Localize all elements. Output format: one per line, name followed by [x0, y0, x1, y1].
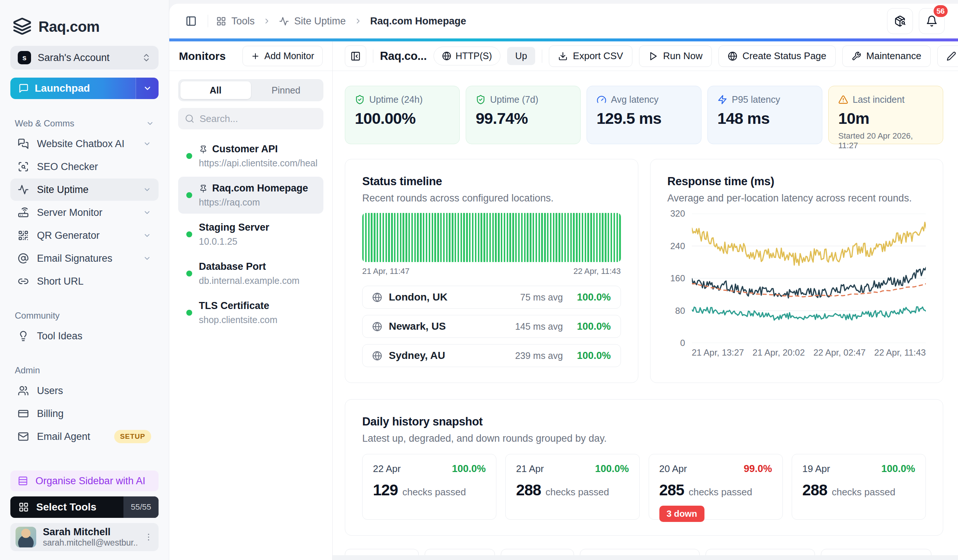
uptime-bar	[455, 213, 456, 262]
breadcrumb-site-uptime[interactable]: Site Uptime	[279, 16, 346, 27]
setup-badge: SETUP	[114, 430, 151, 443]
location-row-newark: Newark, US 145 ms avg 100.0%	[362, 315, 621, 338]
monitor-item-customer-api[interactable]: Customer API https://api.clientsite.com/…	[178, 138, 324, 175]
message-square-icon	[19, 83, 29, 94]
shield-check-icon	[355, 95, 365, 105]
day-date: 20 Apr	[659, 463, 687, 474]
uptime-bar	[611, 213, 612, 262]
sidebar-item-qr-generator[interactable]: QR Generator	[10, 224, 159, 247]
sidebar-item-website-chatbox-ai[interactable]: Website Chatbox AI	[10, 133, 159, 155]
plus-icon	[251, 52, 260, 60]
app-window: Raq.com s Sarah's Account Launchpad Web …	[0, 0, 958, 560]
card-subtitle: Average and per-location latency across …	[668, 193, 926, 204]
messages-square-icon	[18, 138, 29, 149]
sidebar-item-billing[interactable]: Billing	[10, 403, 159, 425]
card-title: Daily history snapshot	[362, 415, 926, 428]
notifications-button[interactable]: 56	[919, 8, 945, 34]
monitor-item-tls-certificate[interactable]: TLS Certificate shop.clientsite.com	[178, 294, 324, 331]
uptime-bar	[524, 213, 525, 262]
more-vertical-icon[interactable]	[144, 532, 153, 542]
monitor-detail-header: Raq.co... HTTP(S) Up Export CSV Run Now	[333, 41, 958, 71]
section-label-text: Web & Comms	[15, 118, 74, 128]
breadcrumb-tools[interactable]: Tools	[216, 16, 255, 27]
add-monitor-button[interactable]: Add Monitor	[243, 46, 323, 66]
uptime-bar	[553, 213, 554, 262]
sidebar-item-server-monitor[interactable]: Server Monitor	[10, 201, 159, 224]
strip-start-label: 21 Apr, 11:47	[362, 267, 409, 276]
uptime-bar	[509, 213, 511, 262]
tab-pinned[interactable]: Pinned	[251, 81, 322, 99]
latency-chart: 320 240 160 80 0	[668, 214, 926, 343]
user-meta: Sarah Mitchell sarah.mitchell@westbur...	[43, 527, 137, 548]
chevron-down-icon	[143, 84, 152, 93]
uptime-bar	[446, 213, 447, 262]
latency-series-sydney-au	[692, 222, 926, 265]
select-tools-button[interactable]: Select Tools 55/55	[10, 497, 159, 518]
organise-sidebar-ai-button[interactable]: Organise Sidebar with AI	[10, 471, 159, 491]
uptime-bar	[617, 213, 618, 262]
divider	[542, 49, 542, 63]
sidebar-toggle-button[interactable]	[182, 13, 200, 30]
logo-layers-icon	[13, 17, 32, 36]
sidebar-bottom: Organise Sidebar with AI Select Tools 55…	[10, 471, 159, 560]
monitor-item-raq-homepage[interactable]: Raq.com Homepage https://raq.com	[178, 177, 324, 214]
uptime-bar	[449, 213, 450, 262]
launchpad-label: Launchpad	[35, 82, 90, 94]
section-web-comms[interactable]: Web & Comms	[15, 118, 154, 128]
globe-icon	[442, 51, 451, 60]
sidebar: Raq.com s Sarah's Account Launchpad Web …	[0, 0, 169, 560]
monitor-item-staging-server[interactable]: Staging Server 10.0.1.25	[178, 216, 324, 253]
gauge-icon	[596, 95, 606, 105]
export-csv-button[interactable]: Export CSV	[549, 46, 632, 67]
monitor-url: 10.0.1.25	[199, 236, 317, 247]
create-status-page-button[interactable]: Create Status Page	[718, 46, 836, 67]
stat-cards: Uptime (24h) 100.00% Uptime (7d) 99.74%	[345, 86, 943, 144]
uptime-bar	[593, 213, 595, 262]
uptime-bar	[469, 213, 471, 262]
sidebar-item-tool-ideas[interactable]: Tool Ideas	[10, 325, 159, 347]
uptime-bar	[590, 213, 592, 262]
sidebar-item-email-signatures[interactable]: Email Signatures	[10, 247, 159, 270]
y-tick: 320	[670, 208, 685, 219]
stat-last-incident: Last incident 10m Started 20 Apr 2026, 1…	[828, 86, 943, 144]
chevron-right-icon	[354, 17, 362, 25]
maintenance-button[interactable]: Maintenance	[842, 46, 931, 67]
uptime-bar	[408, 213, 410, 262]
monitor-item-database-port[interactable]: Database Port db.internal.example.com	[178, 255, 324, 292]
uptime-bar	[379, 213, 381, 262]
sidebar-item-users[interactable]: Users	[10, 380, 159, 402]
globe-icon	[372, 322, 382, 332]
stat-label: Avg latency	[611, 94, 658, 105]
uptime-bar	[619, 213, 620, 262]
account-label: Sarah's Account	[38, 52, 135, 63]
search-input[interactable]	[200, 113, 317, 125]
user-card[interactable]: Sarah Mitchell sarah.mitchell@westbur...	[10, 523, 159, 551]
search-icon	[185, 114, 194, 124]
day-checks-count: 285	[659, 481, 685, 499]
package-search-button[interactable]	[887, 8, 913, 34]
sidebar-item-seo-checker[interactable]: SEO Checker	[10, 155, 159, 178]
run-now-button[interactable]: Run Now	[639, 46, 712, 67]
sidebar-item-label: Billing	[37, 408, 151, 420]
sidebar-item-email-agent[interactable]: Email Agent SETUP	[10, 425, 159, 447]
sidebar-item-label: Website Chatbox AI	[37, 138, 135, 150]
sidebar-item-short-url[interactable]: Short URL	[10, 270, 159, 292]
tab-all[interactable]: All	[180, 81, 251, 99]
launchpad-button[interactable]: Launchpad	[10, 78, 159, 99]
y-axis: 320 240 160 80 0	[668, 214, 687, 343]
uptime-bar	[420, 213, 421, 262]
status-chip: Up	[507, 47, 535, 65]
edit-button[interactable]: Edit	[937, 46, 958, 67]
launchpad-main[interactable]: Launchpad	[10, 78, 136, 99]
status-dot	[186, 271, 192, 276]
account-switcher[interactable]: s Sarah's Account	[10, 46, 159, 70]
location-latency: 75 ms avg	[520, 292, 563, 303]
monitor-search[interactable]	[178, 108, 324, 129]
collapse-panel-button[interactable]	[345, 46, 366, 67]
launchpad-caret-button[interactable]	[136, 78, 159, 99]
main-column: Tools Site Uptime Raq.com Homepage 56	[169, 0, 958, 560]
chevron-down-icon	[143, 186, 151, 194]
package-search-icon	[894, 15, 906, 27]
sidebar-item-site-uptime[interactable]: Site Uptime	[10, 179, 159, 201]
globe-icon	[728, 51, 738, 61]
